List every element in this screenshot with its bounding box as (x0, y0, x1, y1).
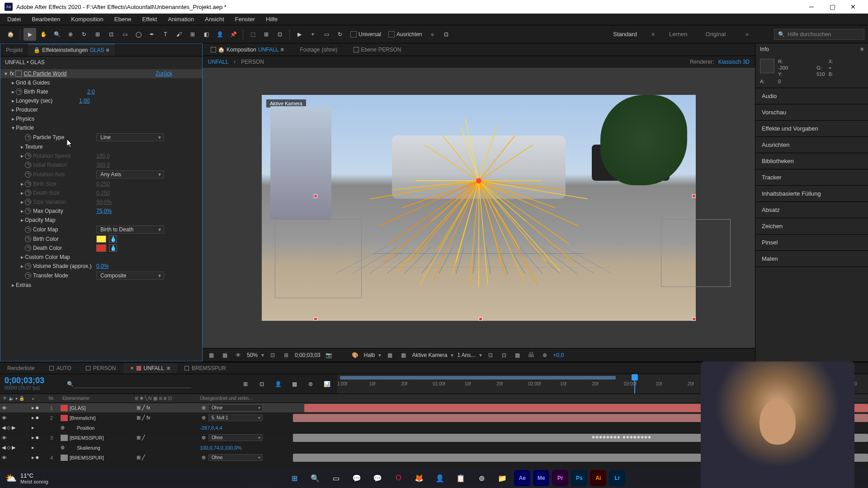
comp-tab-ebene[interactable]: Ebene PERSON (349, 45, 406, 55)
pixel-aspect-button[interactable]: ⊡ (486, 350, 495, 360)
ellipse-tool[interactable]: ◯ (132, 28, 145, 41)
menu-ansicht[interactable]: Ansicht (199, 14, 230, 24)
mask-button[interactable]: 👁 (233, 350, 243, 360)
tl-tab-auto[interactable]: AUTO (42, 363, 79, 373)
stopwatch-icon[interactable] (16, 89, 22, 95)
transfer-mode-select[interactable]: Composite (96, 272, 164, 280)
timeline-search-input[interactable] (74, 380, 191, 388)
brush-tool[interactable]: 🖌 (173, 28, 185, 41)
zoom-value[interactable]: 50% (247, 352, 258, 358)
draft-3d-button[interactable]: ⊡ (255, 378, 268, 390)
convert-tool[interactable]: ▭ (320, 28, 333, 41)
menu-effekt[interactable]: Effekt (137, 14, 162, 24)
effect-cc-particle-world[interactable]: ▾ fx CC Particle World Zurück (0, 69, 202, 78)
panel-malen[interactable]: Malen (755, 251, 868, 267)
exposure-value[interactable]: +0,0 (553, 352, 564, 358)
unified-camera-tool[interactable]: ⊞ (91, 28, 104, 41)
whatsapp-icon[interactable]: 💬 (368, 470, 387, 486)
task-view-button[interactable]: ▭ (327, 470, 345, 486)
app-icon-2[interactable]: 📋 (452, 470, 470, 486)
menu-ebene[interactable]: Ebene (109, 14, 137, 24)
menu-komposition[interactable]: Komposition (66, 14, 109, 24)
region-button[interactable]: ⊞ (281, 350, 291, 360)
reset-exposure-button[interactable]: ⊕ (540, 350, 550, 360)
frame-blend-button[interactable]: ▦ (288, 378, 301, 390)
minimize-button[interactable]: ─ (801, 0, 822, 14)
tl-tab-bremsspur[interactable]: BREMSSPUR (177, 363, 233, 373)
menu-animation[interactable]: Animation (162, 14, 199, 24)
help-search-input[interactable]: 🔍 Hilfe durchsuchen (774, 29, 864, 40)
particle-type-select[interactable]: Line (96, 133, 164, 141)
menu-bearbeiten[interactable]: Bearbeiten (26, 14, 66, 24)
fast-preview-button[interactable]: ⊡ (499, 350, 509, 360)
tl-tab-unfall[interactable]: ×UNFALL≡ (123, 363, 177, 373)
motion-blur-button[interactable]: ⊚ (304, 378, 317, 390)
prop-opacity-map[interactable]: ▸Opacity Map (0, 216, 202, 225)
local-axis-button[interactable]: ⬚ (246, 28, 259, 41)
workspace-standard[interactable]: Standard (609, 29, 641, 39)
menu-fenster[interactable]: Fenster (230, 14, 260, 24)
views-select[interactable]: 1 Ans... (457, 352, 475, 358)
effect-controls-tab[interactable]: 🔒 Effekteinstellungen GLAS ≡ (28, 44, 114, 56)
start-button[interactable]: ⊞ (285, 470, 303, 486)
panel-absatz[interactable]: Absatz (755, 202, 868, 218)
stopwatch-icon[interactable] (25, 134, 31, 141)
world-axis-button[interactable]: ⊞ (260, 28, 273, 41)
prop-color-map[interactable]: Color MapBirth to Death (0, 225, 202, 235)
resolution-select[interactable]: Halb (364, 352, 375, 358)
composition-viewer[interactable]: Aktive Kamera (203, 68, 755, 348)
always-preview-button[interactable]: ▦ (206, 350, 216, 360)
universal-checkbox[interactable]: Universal (350, 31, 381, 38)
panel-menu-icon[interactable]: ≡ (860, 46, 863, 52)
snap2-tool[interactable]: ⊡ (440, 28, 453, 41)
comp-tab-footage[interactable]: Footage (ohne) (295, 45, 342, 55)
maximize-button[interactable]: ▢ (822, 0, 843, 14)
snapshot-button[interactable]: 📷 (324, 350, 334, 360)
comp-tab-komposition[interactable]: 🏠 Komposition UNFALL ≡ (206, 45, 288, 55)
panel-audio[interactable]: Audio (755, 88, 868, 104)
channel-button[interactable]: 🎨 (350, 350, 360, 360)
info-panel-header[interactable]: Info ≡ (755, 43, 868, 55)
arrow-tool[interactable]: ▶ (293, 28, 306, 41)
panel-bibliotheken[interactable]: Bibliotheken (755, 153, 868, 169)
workspace-original[interactable]: Original (702, 29, 730, 39)
renderer-value[interactable]: Klassisch 3D (718, 59, 750, 65)
stopwatch-icon[interactable] (25, 245, 31, 251)
timeline-button[interactable]: ▦ (513, 350, 523, 360)
breadcrumb-unfall[interactable]: UNFALL (208, 59, 228, 65)
orbit-tool[interactable]: ⊕ (64, 28, 77, 41)
taskbar-weather[interactable]: ⛅ 11°C Meist sonnig (5, 472, 48, 484)
hand-tool[interactable]: ✋ (37, 28, 50, 41)
prop-volume-shade[interactable]: ▸Volume Shade (approx.)0,0% (0, 262, 202, 271)
color-map-select[interactable]: Birth to Death (96, 225, 164, 234)
after-effects-icon[interactable]: Ae (514, 470, 530, 486)
puppet-tool[interactable]: 📌 (227, 28, 240, 41)
flowchart-button[interactable]: 品 (526, 350, 536, 360)
prop-custom-color-map[interactable]: ▸Custom Color Map (0, 253, 202, 262)
app-icon-1[interactable]: 👤 (431, 470, 449, 486)
panel-zeichen[interactable]: Zeichen (755, 218, 868, 235)
camera-select[interactable]: Aktive Kamera (412, 352, 447, 358)
birth-color-swatch[interactable] (96, 235, 106, 243)
close-button[interactable]: ✕ (843, 0, 863, 14)
prop-death-color[interactable]: Death Color💧 (0, 244, 202, 253)
stopwatch-icon[interactable] (25, 208, 31, 214)
selection-tool[interactable]: ▶ (24, 28, 36, 41)
rotate-tool[interactable]: ↻ (78, 28, 90, 41)
home-button[interactable]: 🏠 (4, 28, 17, 41)
snap-tool[interactable]: ⟐ (426, 28, 439, 41)
prop-particle[interactable]: ▾Particle (0, 123, 202, 132)
transparency-grid-button[interactable]: ▦ (220, 350, 230, 360)
lightroom-icon[interactable]: Lr (609, 470, 625, 486)
death-color-swatch[interactable] (96, 244, 106, 252)
eraser-tool[interactable]: ◧ (200, 28, 212, 41)
prop-max-opacity[interactable]: ▸Max Opacity75,0% (0, 206, 202, 216)
feather-tool[interactable]: ↻ (334, 28, 346, 41)
add-vertex-tool[interactable]: + (307, 28, 319, 41)
reset-link[interactable]: Zurück (156, 70, 172, 77)
tl-tab-person[interactable]: PERSON (79, 363, 123, 373)
opera-icon[interactable]: O (389, 470, 407, 486)
teams-icon[interactable]: 💬 (348, 470, 366, 486)
media-encoder-icon[interactable]: Me (533, 470, 549, 486)
stopwatch-icon[interactable] (25, 226, 31, 233)
